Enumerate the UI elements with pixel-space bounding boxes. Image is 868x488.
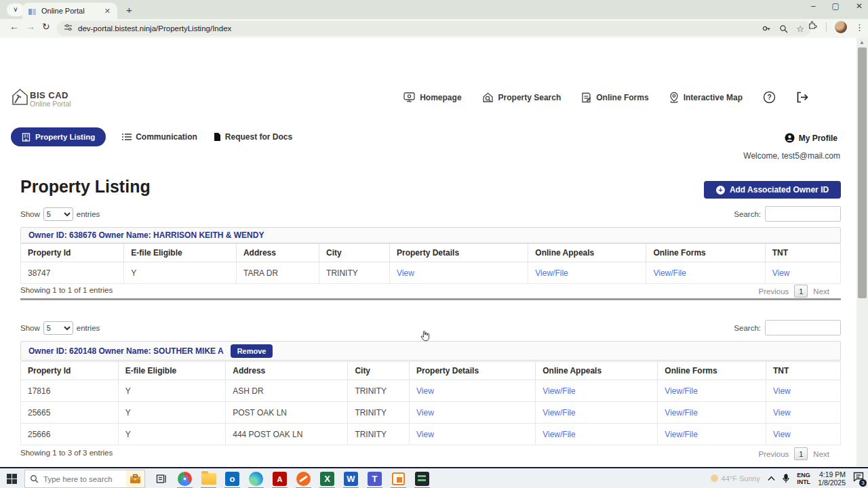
logout-icon[interactable] [796, 92, 809, 103]
table-link[interactable]: View [397, 268, 414, 278]
browser-tab[interactable]: Online Portal ✕ [22, 3, 117, 19]
column-header[interactable]: Property Id [21, 362, 119, 380]
table-cell: 25665 [21, 402, 119, 424]
page-size-select[interactable]: 5 [43, 321, 73, 335]
column-header[interactable]: City [319, 244, 390, 262]
notification-center-icon[interactable]: 3 [853, 472, 864, 485]
table-row: 25665YPOST OAK LNTRINITYViewView/FileVie… [21, 402, 841, 424]
zoom-icon[interactable] [779, 24, 788, 33]
table-cell: Y [118, 424, 225, 445]
forward-button[interactable]: → [26, 21, 35, 32]
briefcase-highlight-icon[interactable] [126, 470, 144, 487]
bookmark-star-icon[interactable]: ☆ [796, 24, 804, 34]
edge-icon[interactable] [248, 470, 264, 487]
window-close-button[interactable]: ✕ [856, 1, 863, 11]
table-cell: Y [124, 262, 237, 284]
tab-close-icon[interactable]: ✕ [103, 7, 112, 16]
table-link[interactable]: View [773, 386, 791, 396]
outlook-icon[interactable]: o [224, 470, 241, 487]
profile-avatar[interactable] [835, 21, 847, 33]
new-tab-button[interactable]: + [126, 4, 132, 16]
chrome-icon[interactable] [176, 470, 193, 487]
extensions-icon[interactable] [808, 21, 818, 33]
microphone-icon[interactable] [783, 474, 789, 483]
table-link[interactable]: View [772, 268, 790, 278]
orange-app-icon[interactable] [295, 470, 312, 487]
table-link[interactable]: View/File [653, 268, 686, 278]
reload-button[interactable]: ↻ [42, 21, 50, 32]
back-button[interactable]: ← [9, 21, 19, 32]
remove-owner-button[interactable]: Remove [231, 344, 273, 358]
column-header[interactable]: E-file Eligible [118, 362, 225, 380]
next-button[interactable]: Next [813, 287, 829, 296]
dark-green-app-icon[interactable] [414, 470, 431, 487]
scrollbar-thumb[interactable] [858, 47, 867, 298]
browser-menu-icon[interactable]: ⋮ [855, 22, 864, 33]
task-view-button[interactable] [156, 473, 167, 487]
page-number-button[interactable]: 1 [794, 447, 808, 460]
table-link[interactable]: View/File [542, 430, 575, 439]
password-key-icon[interactable] [762, 24, 771, 33]
request-docs-icon [214, 132, 221, 142]
table-link[interactable]: View [416, 386, 434, 396]
tab-property-listing[interactable]: Property Listing [11, 127, 106, 146]
clock[interactable]: 4:19 PM 1/8/2025 [818, 470, 846, 487]
table-link[interactable]: View [773, 430, 791, 439]
nav-homepage[interactable]: Homepage [403, 92, 461, 102]
next-button[interactable]: Next [813, 450, 829, 458]
nav-property-search[interactable]: Property Search [482, 92, 561, 103]
column-header[interactable]: Property Details [390, 244, 528, 262]
column-header[interactable]: Property Id [21, 244, 124, 262]
column-header[interactable]: TNT [766, 362, 840, 380]
table2-search-input[interactable] [765, 320, 841, 336]
table-link[interactable]: View/File [665, 408, 697, 418]
weather-widget[interactable]: 44°F Sunny [711, 474, 761, 483]
excel-icon[interactable]: X [319, 470, 336, 487]
scrollbar-up-arrow[interactable]: ▲ [859, 39, 865, 45]
table-link[interactable]: View [416, 430, 434, 439]
column-header[interactable]: E-file Eligible [124, 244, 237, 262]
page-number-button[interactable]: 1 [794, 285, 808, 298]
teams-icon[interactable]: T [366, 470, 383, 487]
column-header[interactable]: Online Appeals [528, 244, 646, 262]
table-link[interactable]: View/File [535, 268, 568, 278]
word-icon[interactable]: W [342, 470, 359, 487]
table-link[interactable]: View/File [665, 430, 697, 439]
help-icon[interactable]: ? [763, 91, 776, 104]
taskbar-search-input[interactable] [43, 475, 140, 483]
column-header[interactable]: Online Forms [646, 244, 765, 262]
tab-request-for-docs[interactable]: Request for Docs [214, 132, 292, 142]
table1-search-input[interactable] [765, 206, 841, 222]
window-maximize-button[interactable]: ▢ [832, 1, 840, 11]
tab-communication[interactable]: Communication [122, 132, 197, 142]
column-header[interactable]: Property Details [410, 362, 536, 380]
column-header[interactable]: Address [226, 362, 348, 380]
table-link[interactable]: View/File [542, 386, 575, 396]
column-header[interactable]: Online Appeals [536, 362, 658, 380]
url-bar[interactable]: dev-portal.bistest.ninja/PropertyListing… [57, 21, 811, 36]
nav-online-forms[interactable]: Online Forms [581, 92, 648, 103]
table-link[interactable]: View [416, 408, 434, 418]
tray-chevron-up-icon[interactable] [768, 476, 775, 481]
table-link[interactable]: View/File [542, 408, 575, 418]
table-link[interactable]: View [773, 408, 791, 418]
page-scrollbar[interactable]: ▲ [856, 38, 868, 466]
column-header[interactable]: City [348, 362, 410, 380]
start-button[interactable] [7, 474, 17, 484]
file-explorer-icon[interactable] [200, 470, 217, 487]
window-copy-app-icon[interactable] [390, 470, 407, 487]
page-size-select[interactable]: 5 [43, 207, 73, 221]
previous-button[interactable]: Previous [759, 450, 789, 458]
nav-interactive-map[interactable]: Interactive Map [669, 92, 743, 103]
my-profile-button[interactable]: My Profile [785, 133, 837, 143]
column-header[interactable]: Address [236, 244, 319, 262]
acrobat-icon[interactable]: A [271, 470, 288, 487]
language-indicator[interactable]: ENG INTL [797, 472, 810, 485]
site-settings-icon[interactable] [64, 22, 73, 35]
add-associated-owner-button[interactable]: + Add Associated Owner ID [704, 181, 841, 199]
table-link[interactable]: View/File [665, 386, 697, 396]
previous-button[interactable]: Previous [759, 287, 789, 296]
column-header[interactable]: TNT [765, 244, 840, 262]
window-minimize-button[interactable]: – [811, 1, 816, 11]
column-header[interactable]: Online Forms [658, 362, 766, 380]
